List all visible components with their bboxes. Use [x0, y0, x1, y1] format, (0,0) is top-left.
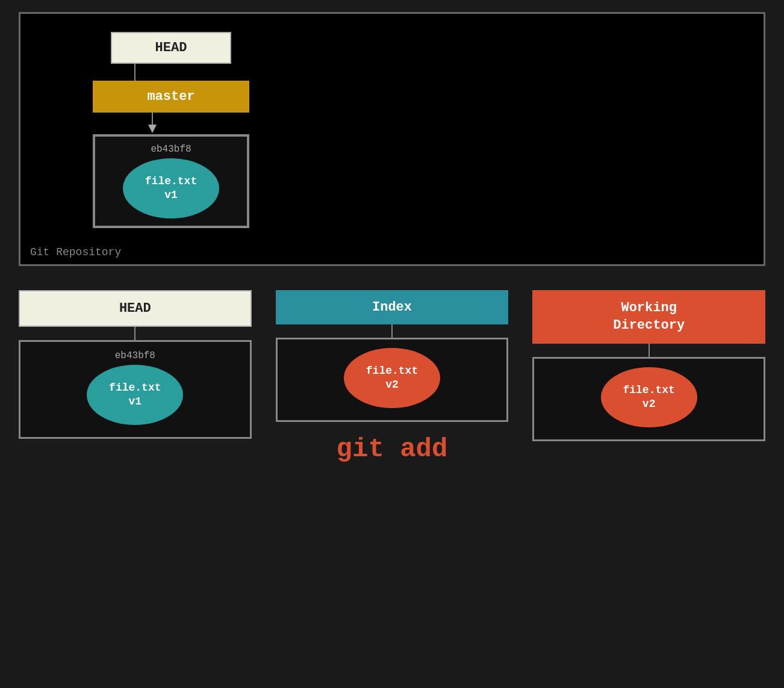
bottom-wd-blob-line1: file.txt	[623, 383, 674, 397]
bottom-head-commit-box: eb43bf8 file.txt v1	[19, 340, 252, 439]
bottom-head-commit-id: eb43bf8	[26, 350, 244, 361]
bottom-head-blob: file.txt v1	[87, 365, 183, 425]
head-box-top: HEAD	[111, 32, 231, 64]
master-box: master	[93, 81, 249, 113]
bottom-wd-blob-line2: v2	[642, 397, 656, 411]
svg-marker-1	[148, 125, 157, 133]
bottom-index-commit-box: file.txt v2	[276, 338, 509, 422]
bottom-index-blob-line1: file.txt	[366, 364, 418, 378]
bottom-head-blob-line1: file.txt	[109, 381, 161, 395]
blob-top: file.txt v1	[123, 158, 219, 218]
bottom-index-panel: Index file.txt v2 git add	[276, 290, 509, 464]
bottom-wd-panel: WorkingDirectory file.txt v2	[532, 290, 765, 464]
bottom-index-blob-line2: v2	[385, 378, 399, 392]
bottom-head-panel: HEAD eb43bf8 file.txt v1	[19, 290, 252, 464]
bottom-index-label: Index	[276, 290, 509, 324]
bottom-section: HEAD eb43bf8 file.txt v1 Index file.txt …	[19, 290, 765, 464]
bottom-wd-label: WorkingDirectory	[532, 290, 765, 344]
git-repo-label: Git Repository	[30, 246, 121, 258]
bottom-wd-commit-box: file.txt v2	[532, 357, 765, 441]
bottom-wd-label-text: WorkingDirectory	[613, 300, 685, 333]
master-label: master	[147, 89, 194, 104]
bottom-index-blob: file.txt v2	[344, 348, 440, 408]
commit-id-top: eb43bf8	[102, 144, 240, 155]
git-add-label: git add	[337, 434, 448, 464]
bottom-head-blob-line2: v1	[129, 395, 142, 409]
bottom-index-label-text: Index	[372, 300, 412, 315]
bottom-wd-blob: file.txt v2	[601, 367, 697, 427]
commit-box-top: eb43bf8 file.txt v1	[93, 134, 249, 228]
blob-line2-top: v1	[164, 188, 178, 202]
git-repository-box: HEAD master eb43bf8 file.txt v1 Gi	[19, 12, 765, 266]
bottom-head-label: HEAD	[19, 290, 252, 327]
bottom-head-label-text: HEAD	[119, 301, 151, 316]
arrow-down-top	[146, 113, 158, 134]
blob-line1-top: file.txt	[145, 175, 197, 188]
head-label-top: HEAD	[155, 40, 187, 55]
